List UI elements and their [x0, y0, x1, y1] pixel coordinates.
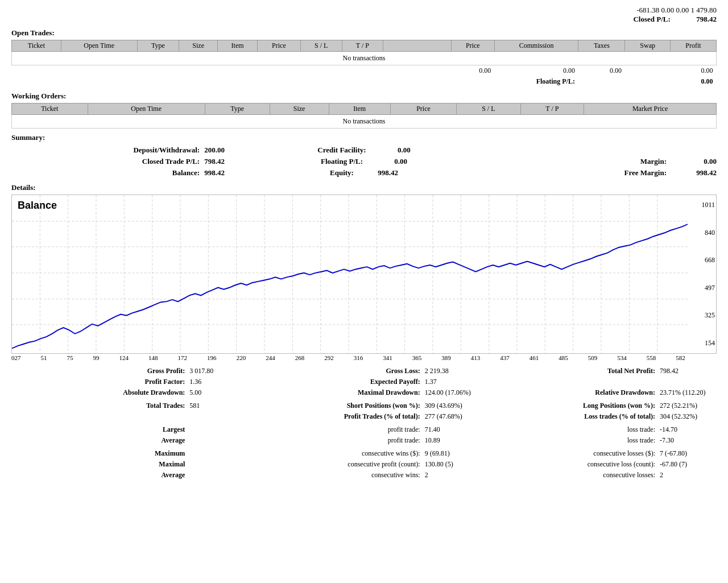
x-23: 582	[676, 354, 685, 361]
summary-margin-label: Margin:	[640, 157, 671, 166]
abs-drawdown-value: 5.00	[189, 388, 246, 397]
loss-trades-value: 304 (52.32%)	[660, 412, 717, 421]
total-taxes: 0.00	[578, 65, 625, 77]
col-empty	[383, 40, 452, 52]
totals-empty	[12, 65, 452, 77]
col-type: Type	[137, 40, 179, 52]
col-taxes: Taxes	[578, 40, 625, 52]
open-trades-header-row: Ticket Open Time Type Size Item Price S …	[12, 40, 717, 52]
stats-largest-col: Largest	[11, 425, 246, 434]
summary-title: Summary:	[11, 133, 717, 142]
stats-average-col: Average	[11, 436, 246, 445]
wo-col-tp: T / P	[520, 104, 584, 115]
consec-wins-value: 9 (69.81)	[425, 449, 482, 458]
total-trades-label: Total Trades:	[98, 402, 189, 410]
maximal-label: Maximal	[98, 460, 189, 469]
col-commission: Commission	[494, 40, 578, 52]
col-ticket: Ticket	[12, 40, 61, 52]
totals-row: 0.00 0.00 0.00 0.00	[12, 65, 717, 77]
stats-total-trades-col: Total Trades: 581	[11, 402, 246, 410]
avg-loss-value: -7.30	[660, 436, 717, 445]
avg-consec-wins-value: 2	[425, 471, 482, 479]
col-open-time: Open Time	[61, 40, 137, 52]
summary-deposit-label: Deposit/Withdrawal:	[133, 146, 204, 155]
summary-section: Summary: Deposit/Withdrawal: 200.00 Cred…	[11, 133, 717, 179]
total-profit: 0.00	[670, 65, 716, 77]
expected-payoff-label: Expected Payoff:	[334, 378, 425, 386]
chart-area: Balance	[11, 195, 717, 354]
summary-credit-value: 0.00	[371, 146, 411, 155]
avg-profit-label: profit trade:	[334, 436, 425, 445]
gross-loss-label: Gross Loss:	[334, 367, 425, 375]
largest-loss-value: -14.70	[660, 425, 717, 434]
summary-closed-pl-cell: Closed Trade P/L: 798.42	[11, 156, 244, 167]
stats-row-largest: Largest profit trade: 71.40 loss trade: …	[11, 424, 717, 435]
x-2: 75	[67, 354, 73, 361]
x-7: 196	[207, 354, 217, 361]
floating-row: Floating P/L: 0.00	[12, 76, 717, 87]
avg-profit-value: 10.89	[425, 436, 482, 445]
summary-deposit-value: 200.00	[204, 146, 244, 155]
col-tp: T / P	[342, 40, 383, 52]
x-12: 316	[354, 354, 363, 361]
open-trades-table: Ticket Open Time Type Size Item Price S …	[11, 40, 717, 87]
consec-wins-label: consecutive wins ($):	[334, 449, 425, 458]
balance-chart-svg	[12, 195, 688, 353]
summary-free-margin-label: Free Margin:	[624, 168, 671, 177]
closed-pl-row: Closed P/L: 798.42	[11, 15, 717, 24]
average-label: Average	[98, 436, 189, 445]
stats-profit-trades-col: Profit Trades (% of total): 277 (47.68%)	[246, 412, 481, 421]
stats-maximum-col: Maximum	[11, 449, 246, 458]
avg-consec-losses-value: 2	[660, 471, 717, 479]
x-22: 558	[647, 354, 656, 361]
wo-no-transactions-row: No transactions	[12, 115, 717, 129]
x-18: 461	[530, 354, 539, 361]
summary-margin-value: 0.00	[671, 157, 717, 166]
stats-avg-consec-losses-col: consecutive losses: 2	[482, 471, 717, 479]
col-item: Item	[217, 40, 257, 52]
stats-short-positions-col: Short Positions (won %): 309 (43.69%)	[246, 402, 481, 410]
stats-row-factor: Profit Factor: 1.36 Expected Payoff: 1.3…	[11, 377, 717, 387]
consec-losses-value: 7 (-67.80)	[660, 449, 717, 458]
summary-credit-label: Credit Facility:	[317, 146, 370, 155]
summary-free-margin-value: 998.42	[671, 168, 717, 177]
chart-y-axis: 1011 840 668 497 325 154	[688, 195, 716, 353]
loss-trades-label: Loss trades (% of total):	[569, 412, 660, 421]
wo-col-market-price: Market Price	[584, 104, 717, 115]
x-5: 148	[148, 354, 158, 361]
stats-row-average: Average profit trade: 10.89 loss trade: …	[11, 435, 717, 446]
balance-line	[12, 224, 688, 348]
y-label-1011: 1011	[688, 201, 715, 209]
chart-inner: Balance	[12, 195, 688, 353]
expected-payoff-value: 1.37	[425, 378, 482, 386]
working-orders-table: Ticket Open Time Type Size Item Price S …	[11, 103, 717, 129]
y-label-497: 497	[688, 284, 715, 292]
stats-row-maximum: Maximum consecutive wins ($): 9 (69.81) …	[11, 448, 717, 459]
x-9: 244	[266, 354, 275, 361]
floating-label: Floating P/L:	[12, 76, 578, 87]
consec-loss-count-value: -67.80 (7)	[660, 460, 717, 469]
stats-gross-profit-col: Gross Profit: 3 017.80	[11, 367, 246, 375]
summary-floating-cell: Floating P/L: 0.00	[244, 156, 484, 167]
summary-equity-label: Equity:	[330, 168, 358, 177]
y-label-840: 840	[688, 229, 715, 237]
summary-balance-cell: Balance: 998.42	[11, 167, 244, 179]
details-title: Details:	[11, 183, 717, 192]
x-4: 124	[119, 354, 129, 361]
wo-col-ticket: Ticket	[12, 104, 88, 115]
x-0: 027	[11, 354, 21, 361]
max-drawdown-label: Maximal Drawdown:	[334, 388, 425, 397]
summary-floating-label: Floating P/L:	[321, 157, 367, 166]
summary-free-margin-cell: Free Margin: 998.42	[484, 167, 717, 179]
stats-avg-consec-col: Average	[11, 471, 246, 479]
y-label-154: 154	[688, 339, 715, 348]
stats-abs-drawdown-col: Absolute Drawdown: 5.00	[11, 388, 246, 397]
col-price2: Price	[452, 40, 495, 52]
total-swap	[625, 65, 671, 77]
avg-consec-losses-label: consecutive losses:	[569, 471, 660, 479]
x-19: 485	[559, 354, 568, 361]
top-summary: -681.38 0.00 0.00 1 479.80 Closed P/L: 7…	[11, 6, 717, 24]
col-swap: Swap	[625, 40, 671, 52]
x-17: 437	[500, 354, 510, 361]
stats-maximal-col: Maximal	[11, 460, 246, 469]
